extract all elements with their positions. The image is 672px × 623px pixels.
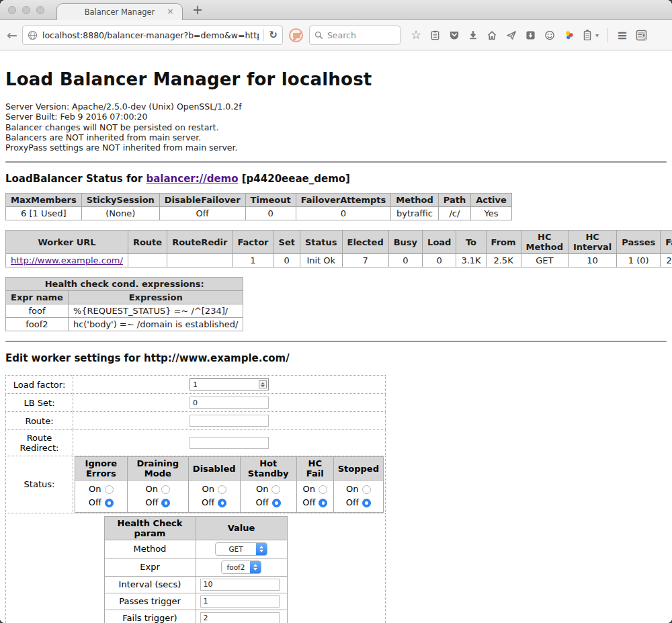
hc-passes-input[interactable] [200, 595, 280, 608]
select-stepper-icon [256, 542, 267, 556]
off-label: Off [145, 496, 158, 509]
color-dots-icon[interactable] [564, 30, 575, 40]
server-built-line: Server Built: Feb 9 2016 07:00:20 [5, 112, 667, 122]
hc-method-value: GET [216, 545, 256, 553]
zoom-window-button[interactable] [36, 6, 44, 14]
radio-hot-standby-off[interactable] [272, 499, 281, 507]
col-busy: Busy [388, 231, 422, 254]
table-row: 6 [1 Used] (None) Off 0 0 bytraffic /c/ … [6, 207, 512, 220]
lb-set-input[interactable] [190, 397, 269, 409]
radio-disabled-off[interactable] [218, 499, 226, 507]
battery-status-icon[interactable] [583, 30, 591, 40]
col-ignore-errors: Ignore Errors [75, 457, 128, 481]
route-redirect-label: Route Redirect: [6, 430, 73, 456]
hc-expressions-table: Health check cond. expressions: Expr nam… [5, 277, 243, 331]
load-factor-input[interactable] [190, 378, 269, 390]
col-expression: Expression [68, 291, 243, 304]
table-header-row: Worker URL Route RouteRedir Factor Set S… [6, 231, 672, 254]
status-toggle-table: Ignore Errors Draining Mode Disabled Hot… [75, 456, 384, 512]
search-bar[interactable]: Search [309, 26, 401, 45]
radio-stopped-on[interactable] [362, 485, 371, 494]
table-header-row: Health Check param Value [104, 516, 287, 540]
worker-url-link[interactable]: http://www.example.com/ [11, 255, 123, 265]
back-button[interactable]: ← [7, 29, 17, 42]
menu-icon[interactable]: ≡ [617, 28, 627, 42]
hc-passes-label: Passes trigger [104, 593, 196, 610]
route-redirect-input[interactable] [190, 437, 269, 449]
col-set: Set [274, 231, 300, 254]
spinner-icon[interactable] [259, 380, 267, 388]
reload-icon[interactable]: ↻ [269, 29, 278, 41]
on-label: On [89, 483, 101, 496]
content-blocked-icon[interactable] [289, 28, 303, 42]
route-input[interactable] [190, 415, 269, 427]
radio-draining-mode-on[interactable] [161, 485, 170, 494]
tab-close-icon[interactable]: × [167, 7, 174, 15]
on-label: On [346, 483, 358, 496]
radio-hot-standby-on[interactable] [271, 485, 280, 494]
radio-draining-mode-off[interactable] [161, 499, 170, 507]
chevron-down-icon[interactable]: ▾ [595, 32, 599, 39]
col-factor: Factor [233, 231, 274, 254]
cell-path: /c/ [438, 207, 470, 220]
cell-method: bytraffic [391, 207, 438, 220]
table-row: http://www.example.com/ 1 0 Init Ok 7 0 … [6, 254, 672, 267]
pocket-icon[interactable] [449, 30, 460, 40]
hc-method-select[interactable]: GET [215, 542, 267, 556]
extension-download-icon[interactable] [526, 30, 536, 40]
cell-busy: 0 [388, 254, 422, 267]
new-tab-button[interactable]: + [192, 2, 203, 17]
form-row-route: Route: [6, 412, 386, 430]
downloads-icon[interactable] [468, 30, 478, 40]
hc-fails-input[interactable] [200, 612, 280, 623]
radio-ignore-errors-off[interactable] [105, 499, 114, 507]
cell-disablefailover: Off [159, 207, 245, 220]
form-row-status: Status: Ignore Errors Draining Mode Disa… [6, 456, 386, 513]
off-label: Off [202, 496, 214, 509]
col-maxmembers: MaxMembers [6, 194, 82, 207]
tab-balancer-manager[interactable]: Balancer Manager × [56, 3, 183, 20]
cell-expression: hc('body') =~ /domain is established/ [68, 318, 243, 331]
web-clipper-icon[interactable] [636, 30, 647, 41]
hc-expr-select[interactable]: foof2 [221, 560, 261, 574]
col-path: Path [438, 194, 470, 207]
col-hc-method: HC Method [521, 231, 568, 254]
search-placeholder[interactable]: Search [327, 30, 356, 40]
cell-from: 2.5K [486, 254, 521, 267]
radio-stopped-off[interactable] [362, 499, 371, 507]
form-row-load-factor: Load factor: [6, 376, 386, 394]
col-load: Load [423, 231, 456, 254]
table-header-row: Ignore Errors Draining Mode Disabled Hot… [75, 457, 384, 481]
home-icon[interactable] [487, 30, 497, 40]
cell-route [128, 254, 167, 267]
url-bar[interactable]: localhost:8880/balancer-manager?b=demo&w… [22, 26, 283, 45]
table-header-row: MaxMembers StickySession DisableFailover… [6, 194, 512, 207]
send-icon[interactable] [506, 30, 517, 40]
hc-method-label: Method [104, 540, 196, 558]
on-label: On [146, 483, 158, 496]
off-label: Off [256, 496, 269, 509]
radio-disabled-on[interactable] [218, 485, 226, 494]
col-worker-url: Worker URL [6, 231, 128, 254]
radio-ignore-errors-on[interactable] [105, 485, 114, 494]
minimize-window-button[interactable] [22, 6, 30, 14]
cell-hc-method: GET [521, 254, 568, 267]
form-row-health-check: Health Check param Value Method GET [6, 513, 386, 623]
reading-list-icon[interactable] [430, 30, 440, 40]
form-row-route-redirect: Route Redirect: [6, 430, 386, 456]
url-text[interactable]: localhost:8880/balancer-manager?b=demo&w… [42, 30, 259, 40]
cell-fails: 2 (0) [661, 254, 672, 267]
radio-hc-fail-off[interactable] [319, 499, 327, 507]
inherit-note-line: Balancers are NOT inherited from main se… [5, 132, 667, 142]
hc-interval-input[interactable] [200, 579, 280, 591]
balancer-demo-link[interactable]: balancer://demo [146, 173, 238, 185]
table-row: Fails trigger) [104, 610, 287, 623]
col-active: Active [471, 194, 512, 207]
close-window-button[interactable] [8, 6, 16, 14]
col-fails: Fails [661, 231, 672, 254]
search-icon [314, 31, 323, 40]
table-row: Method GET [104, 540, 287, 558]
radio-hc-fail-on[interactable] [319, 485, 327, 494]
bookmark-star-icon[interactable]: ☆ [411, 29, 421, 41]
chat-smiley-icon[interactable] [544, 30, 555, 40]
